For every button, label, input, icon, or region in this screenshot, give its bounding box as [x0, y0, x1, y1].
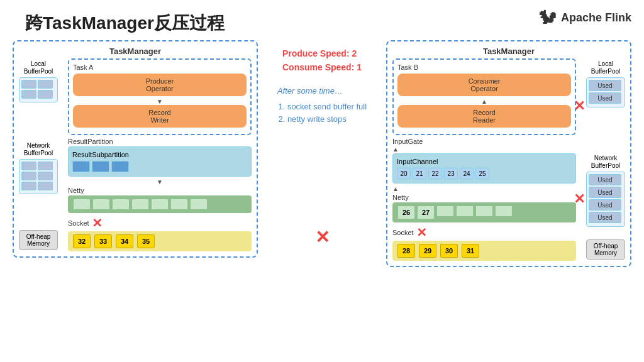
- result-subpartition: ResultSubpartition: [68, 146, 252, 177]
- right-task-box: Task B Consumer Operator ▲ Record Reader: [392, 58, 576, 135]
- socket-x-row: Socket ✕: [68, 216, 252, 231]
- left-netty-bar: [68, 195, 252, 213]
- record-writer-label2: Writer: [79, 116, 240, 124]
- record-writer-label: Record: [79, 109, 240, 116]
- result-subpartition-label: ResultSubpartition: [72, 151, 247, 158]
- consumer-operator-box: Consumer Operator: [397, 74, 571, 96]
- right-net-used-text-2: Used: [597, 189, 612, 196]
- right-offheap-box: Off-heapMemory: [586, 239, 625, 260]
- left-socket-label: Socket: [68, 219, 89, 227]
- produce-speed-label: Produce Speed:: [282, 48, 350, 58]
- flink-name: Apache Flink: [561, 11, 631, 25]
- socket-cell-30: 30: [440, 244, 458, 258]
- right-network-bp-box: Used Used Used Used: [586, 172, 625, 227]
- right-socket-x-row: Socket ✕: [392, 225, 576, 240]
- right-task-label: Task B: [397, 63, 571, 71]
- right-netty-cell-empty3: [475, 206, 493, 217]
- socket-cell-32: 32: [73, 234, 91, 248]
- record-reader-box: Record Reader: [397, 105, 571, 128]
- right-network-x-wrapper: ✕: [574, 191, 585, 207]
- input-channel-label: InputChannel: [397, 158, 572, 165]
- left-taskmanager: TaskManager LocalBufferPool Netwo: [13, 40, 258, 258]
- right-local-buffer-pool: LocalBufferPool Used Used: [586, 60, 625, 107]
- right-socket-bar: 28 29 30 31: [392, 241, 576, 261]
- ch-cell-25: 25: [475, 168, 489, 179]
- bp-cell: [21, 172, 36, 180]
- right-socket-x-mark: ✕: [416, 225, 427, 240]
- netty-cell: [131, 199, 149, 210]
- netty-cell: [92, 199, 110, 210]
- right-used-cell-1: Used: [589, 80, 621, 91]
- right-network-bp-label: NetworkBufferPool: [586, 155, 625, 170]
- bp-cell: [38, 162, 53, 170]
- left-offheap-memory: Off-heapMemory: [19, 230, 58, 250]
- right-net-used-3: Used: [589, 199, 621, 211]
- ch-cell-22: 22: [428, 168, 442, 179]
- right-netty-cell-empty: [436, 206, 454, 217]
- rs-buffer: [111, 161, 129, 172]
- right-netty-bar: 26 27: [392, 202, 576, 222]
- right-netty-cell-empty4: [495, 206, 513, 217]
- arrow-down-2: ▼: [68, 179, 252, 185]
- socket-cell-28: 28: [397, 244, 415, 258]
- right-netty-label: Netty: [392, 194, 576, 201]
- left-tm-content: Task A Producer Operator ▼ Record Writer…: [68, 58, 252, 251]
- ch-cell-24: 24: [460, 168, 474, 179]
- left-local-bp-box: [19, 77, 58, 102]
- left-socket-x-mark: ✕: [92, 216, 103, 231]
- netty-cell: [151, 199, 169, 210]
- produce-speed-value: 2: [352, 48, 357, 58]
- after-title: After some time…: [277, 85, 367, 98]
- left-tm-label: TaskManager: [19, 47, 252, 56]
- center-x-mark: ✕: [315, 227, 330, 248]
- consumer-operator-label: Consumer: [404, 77, 565, 85]
- netty-cell: [112, 199, 130, 210]
- bp-cell: [38, 90, 53, 99]
- right-used-cell-2: Used: [589, 92, 621, 104]
- producer-operator-label: Producer: [79, 77, 240, 85]
- center-area: Produce Speed: 2 Consume Speed: 1 After …: [258, 40, 386, 329]
- right-tm-label: TaskManager: [392, 47, 625, 56]
- producer-operator-label2: Operator: [79, 85, 240, 92]
- center-x-mark-wrapper: ✕: [315, 227, 330, 248]
- arrow-up-1: ▲: [397, 99, 571, 105]
- after-info: After some time… socket send buffer full…: [277, 85, 367, 126]
- netty-cell: [73, 199, 91, 210]
- flink-icon: 🐿: [538, 8, 556, 28]
- left-offheap-label: Off-heapMemory: [22, 233, 55, 247]
- bp-cell: [21, 182, 36, 190]
- right-tm-content: Task B Consumer Operator ▲ Record Reader…: [392, 58, 576, 261]
- right-net-used-2: Used: [589, 187, 621, 198]
- channel-numbers: 20 21 22 23 24 25: [397, 168, 572, 179]
- rs-buffer: [72, 161, 90, 172]
- right-net-used-text-3: Used: [597, 202, 612, 209]
- right-socket-label: Socket: [392, 229, 414, 236]
- consume-speed-value: 1: [357, 62, 362, 72]
- arrow-up-3: ▲: [392, 186, 576, 192]
- ch-cell-21: 21: [413, 168, 426, 179]
- after-list: socket send buffer full netty write stop…: [277, 101, 367, 127]
- consume-speed-label: Consume Speed:: [282, 62, 354, 72]
- netty-cell: [170, 199, 188, 210]
- input-channel-box: InputChannel 20 21 22 23 24 25: [392, 153, 576, 184]
- right-net-used-1: Used: [589, 174, 621, 185]
- netty-cell: [190, 199, 208, 210]
- bp-cell: [21, 90, 36, 99]
- socket-cell-35: 35: [137, 234, 155, 248]
- right-net-used-text-1: Used: [597, 177, 612, 184]
- result-partition-label: ResultPartition: [68, 138, 252, 145]
- socket-cell-34: 34: [116, 234, 133, 248]
- left-network-buffer-pool: NetworkBufferPool: [19, 142, 58, 194]
- left-network-bp-label: NetworkBufferPool: [19, 142, 58, 157]
- right-netty-cell-26: 26: [397, 206, 415, 219]
- left-socket-bar: 32 33 34 35: [68, 231, 252, 251]
- input-gate-label: InputGate: [392, 138, 576, 145]
- right-network-buffer-pool: NetworkBufferPool Used Used Used Used: [586, 155, 625, 227]
- right-taskmanager-wrapper: TaskManager LocalBufferPool Used Used ✕ …: [386, 40, 631, 329]
- record-reader-label: Record: [404, 109, 565, 116]
- record-writer-box: Record Writer: [73, 105, 247, 128]
- after-item-2: netty write stops: [287, 113, 367, 126]
- left-task-box: Task A Producer Operator ▼ Record Writer: [68, 58, 252, 135]
- record-reader-label2: Reader: [404, 116, 565, 124]
- right-taskmanager: TaskManager LocalBufferPool Used Used ✕ …: [386, 40, 631, 267]
